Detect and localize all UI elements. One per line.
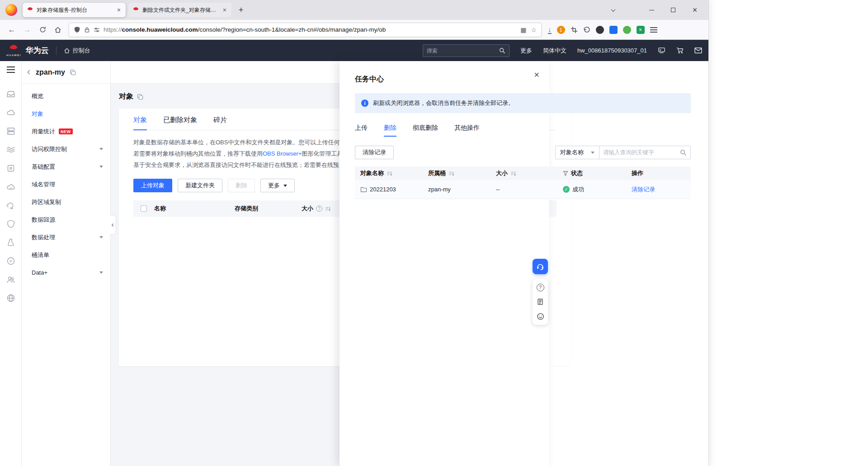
more-button[interactable]: 更多	[260, 179, 295, 192]
cloud-sync-service-icon[interactable]	[6, 196, 15, 214]
language-switcher[interactable]: 简体中文	[543, 47, 566, 55]
permissions-icon[interactable]	[94, 27, 100, 33]
select-all-checkbox[interactable]	[141, 205, 147, 212]
copy-icon[interactable]	[137, 94, 143, 100]
cart-icon[interactable]	[676, 47, 684, 54]
satisfaction-button[interactable]	[533, 309, 548, 323]
back-chevron-icon[interactable]	[28, 71, 31, 74]
extension-translate-icon[interactable]: ×	[637, 26, 645, 34]
sort-icon[interactable]	[510, 171, 516, 176]
delete-button[interactable]: 删除	[228, 179, 255, 192]
help-button[interactable]: ?	[533, 280, 548, 295]
sidebar-item-inventory[interactable]: 桶清单	[22, 246, 110, 264]
notification-badge[interactable]: 1	[557, 26, 565, 34]
extension-grid-icon[interactable]: ▦	[520, 26, 526, 33]
filter-field-select[interactable]: 对象名称	[555, 146, 599, 159]
reload-button[interactable]	[35, 23, 50, 37]
window-maximize-button[interactable]	[662, 0, 684, 20]
cloud-service-icon[interactable]	[6, 103, 15, 122]
column-bucket[interactable]: 所属桶	[423, 169, 491, 177]
sidebar-item-cross-region[interactable]: 跨区域复制	[22, 193, 110, 211]
lock-icon[interactable]	[84, 27, 90, 33]
shield-service-icon[interactable]	[6, 214, 15, 233]
column-object-name[interactable]: 对象名称	[355, 169, 423, 177]
flask-service-icon[interactable]	[6, 233, 15, 252]
sidebar-item-data-processing[interactable]: 数据处理	[22, 228, 110, 246]
home-button[interactable]	[51, 23, 65, 37]
account-name[interactable]: hw_008618750930307_01	[577, 47, 647, 54]
upload-object-button[interactable]: 上传对象	[133, 179, 172, 192]
waves-service-icon[interactable]	[6, 140, 15, 159]
inbox-service-icon[interactable]	[6, 85, 15, 103]
tab-list-chevron-icon[interactable]	[606, 3, 620, 17]
tab-other-operations[interactable]: 其他操作	[454, 124, 480, 137]
column-name[interactable]: 名称	[154, 204, 235, 213]
feedback-button[interactable]	[533, 295, 548, 309]
more-menu[interactable]: 更多	[520, 47, 532, 55]
sort-icon[interactable]	[448, 171, 454, 176]
browser-tab-obs-console[interactable]: 对象存储服务-控制台 ×	[23, 3, 126, 17]
extension-dark-icon[interactable]	[596, 26, 604, 34]
clear-records-button[interactable]: 清除记录	[355, 146, 394, 159]
mail-icon[interactable]	[694, 47, 702, 54]
new-folder-button[interactable]: 新建文件夹	[178, 179, 222, 192]
screenshot-icon[interactable]	[571, 26, 578, 33]
console-search-input[interactable]	[427, 48, 496, 54]
new-tab-button[interactable]: +	[234, 3, 248, 17]
console-search-box[interactable]	[423, 44, 509, 57]
storage-stack-icon[interactable]	[6, 122, 15, 140]
window-minimize-button[interactable]	[641, 0, 662, 20]
services-menu-icon[interactable]	[7, 67, 15, 73]
column-storage-class[interactable]: 存储类别	[235, 204, 302, 213]
sidebar-item-objects[interactable]: 对象	[22, 105, 110, 123]
back-button[interactable]: ←	[5, 23, 19, 37]
tab-deleted-objects[interactable]: 已删除对象	[163, 116, 197, 130]
brand-name[interactable]: 华为云	[26, 45, 49, 56]
device-service-icon[interactable]	[6, 159, 15, 177]
task-search-box[interactable]	[599, 146, 691, 159]
cloud2-service-icon[interactable]	[6, 177, 15, 196]
sidebar-item-overview[interactable]: 概览	[22, 87, 110, 105]
window-close-button[interactable]: ×	[684, 0, 706, 20]
task-table-row[interactable]: 20221203 zpan-my -- ✓ 成功 清除记录	[355, 180, 691, 199]
sidebar-item-access-control[interactable]: 访问权限控制	[22, 140, 110, 158]
sidebar-item-dataplus[interactable]: Data+	[22, 264, 110, 281]
browser-menu-icon[interactable]	[650, 27, 657, 33]
task-search-input[interactable]	[603, 149, 677, 156]
extension-blue-icon[interactable]	[609, 26, 618, 34]
bookmark-star-icon[interactable]: ☆	[531, 26, 537, 33]
column-size[interactable]: 大小	[491, 169, 557, 177]
console-cli-icon[interactable]	[658, 47, 665, 54]
tab-fragments[interactable]: 碎片	[213, 116, 227, 130]
sidebar-collapse-handle[interactable]	[110, 215, 116, 235]
forward-button[interactable]: →	[20, 23, 34, 37]
tracking-shield-icon[interactable]	[74, 26, 80, 33]
sort-icon[interactable]	[325, 206, 331, 212]
extension-green-icon[interactable]	[623, 26, 631, 34]
search-icon[interactable]	[680, 149, 687, 156]
tab-upload[interactable]: 上传	[355, 124, 368, 137]
tab-objects[interactable]: 对象	[133, 116, 147, 130]
panel-close-icon[interactable]: ×	[531, 69, 542, 80]
globe-service-icon[interactable]	[6, 289, 15, 307]
sidebar-item-back-to-source[interactable]: 数据回源	[22, 211, 110, 228]
history-undo-icon[interactable]	[583, 26, 590, 33]
downloads-icon[interactable]: ↓	[548, 26, 552, 34]
column-size[interactable]: 大小 ?	[302, 204, 331, 213]
address-bar[interactable]: https://console.huaweicloud.com/console/…	[69, 23, 542, 37]
tab-close-icon[interactable]: ×	[116, 7, 122, 13]
help-icon[interactable]: ?	[316, 205, 322, 212]
user-group-service-icon[interactable]	[6, 270, 15, 289]
obs-browser-link[interactable]: OBS Browser+	[263, 150, 302, 157]
customer-service-button[interactable]	[533, 259, 548, 274]
sidebar-item-usage-stats[interactable]: 用量统计NEW	[22, 123, 110, 140]
filter-funnel-icon[interactable]	[563, 171, 568, 176]
ip-service-icon[interactable]: IP	[6, 252, 15, 270]
column-status[interactable]: 状态	[557, 169, 626, 177]
sidebar-item-basic-config[interactable]: 基础配置	[22, 158, 110, 176]
copy-icon[interactable]	[70, 69, 76, 76]
tab-close-icon[interactable]: ×	[222, 7, 227, 13]
browser-tab-delete-help[interactable]: 删除文件或文件夹_对象存储服… ×	[128, 3, 231, 17]
tab-delete[interactable]: 删除	[384, 124, 396, 137]
sidebar-item-domain-mgmt[interactable]: 域名管理	[22, 176, 110, 193]
